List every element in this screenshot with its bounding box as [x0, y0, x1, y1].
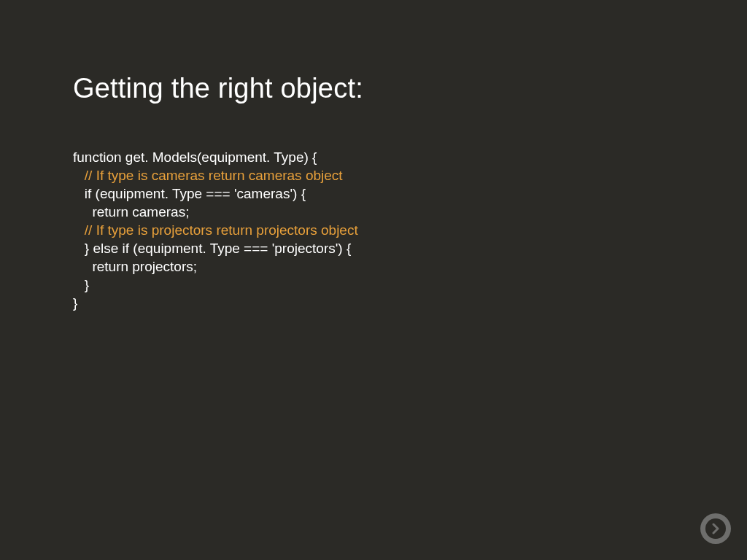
code-line: } [73, 276, 747, 294]
code-block: function get. Models(equipment. Type) { … [73, 148, 747, 312]
code-line: if (equipment. Type === 'cameras') { [73, 184, 747, 203]
slide: Getting the right object: function get. … [0, 0, 747, 560]
code-line: } [73, 294, 747, 312]
arrow-right-icon [705, 518, 726, 539]
code-line: return projectors; [73, 257, 747, 276]
code-line: } else if (equipment. Type === 'projecto… [73, 239, 747, 257]
code-line: return cameras; [73, 203, 747, 221]
code-line: function get. Models(equipment. Type) { [73, 148, 747, 166]
slide-title: Getting the right object: [73, 73, 747, 104]
code-line-comment: // If type is cameras return cameras obj… [73, 166, 747, 184]
next-slide-button[interactable] [700, 513, 731, 544]
code-line-comment: // If type is projectors return projecto… [73, 221, 747, 239]
